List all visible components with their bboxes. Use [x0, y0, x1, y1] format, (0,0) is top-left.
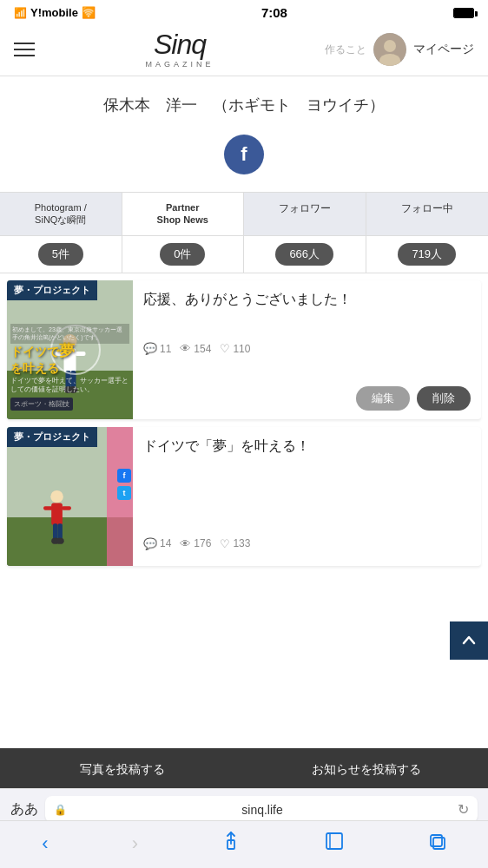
card-actions-1: 編集 削除: [143, 386, 471, 411]
svg-rect-13: [51, 503, 63, 524]
view-count-1: 154: [194, 343, 211, 355]
edit-button-1[interactable]: 編集: [356, 386, 410, 411]
player-svg-2: [36, 488, 79, 553]
like-icon-1: ♡: [220, 342, 230, 355]
status-battery: [453, 8, 474, 18]
battery-icon: [453, 8, 474, 18]
content-card-2: f t 夢・プロジェクト ドイツで「夢」を叶える！: [7, 427, 481, 567]
logo-sub: MAGAZINE: [145, 60, 214, 69]
view-stat-2: 👁 176: [180, 537, 211, 550]
scroll-up-button[interactable]: [450, 621, 488, 660]
header-right: 作ること マイページ: [325, 33, 474, 66]
card-sub-1: ドイツで夢を叶えて、サッカー選手としての価値を証明したい。: [10, 377, 129, 395]
avatar[interactable]: [373, 33, 406, 66]
tab-followers[interactable]: フォロワー: [244, 193, 366, 235]
count-partner-value: 0件: [160, 243, 205, 266]
svg-rect-14: [43, 506, 53, 510]
svg-point-12: [50, 490, 63, 503]
like-stat-1: ♡ 110: [220, 342, 250, 355]
like-count-1: 110: [233, 343, 250, 355]
like-stat-2: ♡ 133: [220, 537, 250, 550]
count-following-value: 719人: [398, 243, 456, 266]
profile-name: 保木本 洋一 （ホギモト ヨウイチ）: [0, 76, 488, 126]
view-count-2: 176: [194, 537, 211, 549]
logo-text: Sinq: [154, 30, 206, 58]
count-followers-value: 666人: [275, 243, 333, 266]
comment-count-1: 11: [160, 343, 171, 355]
content-list: 夢・プロジェクト ドイツで夢を叶える ドイツで夢を叶えて、サッカー選手としての価…: [0, 280, 488, 567]
card-badge-1: スポーツ・格闘技: [10, 398, 73, 411]
svg-point-19: [56, 537, 64, 543]
header: Sinq MAGAZINE 作ること マイページ: [0, 23, 488, 76]
wifi-icon: 🛜: [82, 6, 96, 19]
card-tag-1: 夢・プロジェクト: [7, 280, 97, 300]
create-text: 作ること: [325, 43, 366, 57]
count-following: 719人: [366, 236, 489, 273]
signal-icon: 📶: [14, 7, 27, 19]
delete-button-1[interactable]: 削除: [417, 386, 471, 411]
view-stat-1: 👁 154: [180, 342, 211, 355]
card-title-2[interactable]: ドイツで「夢」を叶える！: [143, 436, 471, 457]
like-icon-2: ♡: [220, 537, 230, 550]
tab-photogram[interactable]: Photogram /SiNQな瞬間: [0, 193, 122, 235]
tabs: Photogram /SiNQな瞬間 PartnerShop News フォロワ…: [0, 192, 488, 236]
comment-icon-1: 💬: [143, 342, 157, 355]
card-image-2: f t: [7, 427, 133, 566]
comment-count-2: 14: [160, 537, 171, 549]
comment-stat-1: 💬 11: [143, 342, 171, 355]
status-time: 7:08: [261, 5, 287, 20]
tab-partner-shop-news[interactable]: PartnerShop News: [122, 193, 245, 235]
count-partner-shop: 0件: [122, 236, 245, 273]
count-photogram-value: 5件: [38, 243, 83, 266]
comment-stat-2: 💬 14: [143, 537, 171, 550]
svg-point-1: [384, 40, 396, 52]
tab-following[interactable]: フォロー中: [366, 193, 489, 235]
like-count-2: 133: [233, 537, 250, 549]
card-tag-2: 夢・プロジェクト: [7, 427, 97, 447]
count-photogram: 5件: [0, 236, 122, 273]
logo: Sinq MAGAZINE: [145, 30, 214, 69]
card-title-1[interactable]: 応援、ありがとうございました！: [143, 289, 471, 310]
hamburger-menu[interactable]: [14, 43, 35, 56]
card-overlay-1: ドイツで夢を叶える: [10, 342, 129, 375]
facebook-button[interactable]: f: [224, 135, 264, 174]
content-card-1: 夢・プロジェクト ドイツで夢を叶える ドイツで夢を叶えて、サッカー選手としての価…: [7, 280, 481, 420]
comment-icon-2: 💬: [143, 537, 157, 550]
card-thumbnail-1[interactable]: 夢・プロジェクト ドイツで夢を叶える ドイツで夢を叶えて、サッカー選手としての価…: [7, 280, 133, 419]
status-bar: 📶 Y!mobile 🛜 7:08: [0, 0, 488, 23]
card-content-2: ドイツで「夢」を叶える！ 💬 14 👁 176 ♡ 133: [133, 427, 481, 566]
svg-rect-15: [62, 506, 71, 510]
counts-bar: 5件 0件 666人 719人: [0, 236, 488, 273]
mypage-link[interactable]: マイページ: [413, 42, 474, 57]
facebook-section: f: [0, 126, 488, 192]
card-content-1: 応援、ありがとうございました！ 💬 11 👁 154 ♡ 110 編集 削除: [133, 280, 481, 419]
card-detail-1: 初めまして。23歳、東京出身サッカー選手の角井治篤(かどいたく)です。: [10, 324, 129, 345]
card-thumbnail-2[interactable]: f t 夢・プロジェクト: [7, 427, 133, 566]
card-stats-2: 💬 14 👁 176 ♡ 133: [143, 537, 471, 550]
status-carrier: 📶 Y!mobile 🛜: [14, 6, 96, 19]
view-icon-2: 👁: [180, 537, 191, 550]
carrier-text: Y!mobile: [30, 6, 78, 19]
card-stats-1: 💬 11 👁 154 ♡ 110: [143, 342, 471, 355]
view-icon-1: 👁: [180, 342, 191, 355]
count-followers: 666人: [244, 236, 366, 273]
